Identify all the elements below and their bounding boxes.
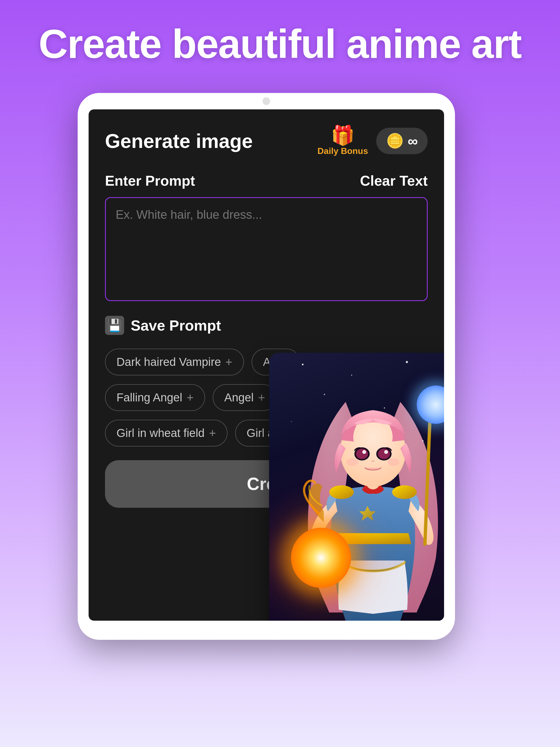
- chip-label: Dark haired Vampire: [117, 356, 221, 368]
- svg-point-8: [347, 458, 358, 466]
- star-4: [324, 394, 325, 395]
- star-2: [351, 375, 352, 376]
- chip-plus-icon: +: [209, 426, 216, 440]
- svg-point-11: [392, 485, 417, 499]
- prompt-label-row: Enter Prompt Clear Text: [105, 173, 428, 189]
- chip-plus-icon: +: [187, 391, 194, 404]
- prompt-input[interactable]: [105, 197, 428, 301]
- app-screen: Generate image 🎁 Daily Bonus 🪙 ∞ Enter P…: [88, 109, 444, 621]
- coins-value: ∞: [408, 133, 418, 149]
- chip-label: Girl in wheat field: [117, 427, 205, 440]
- save-icon: 💾: [105, 316, 124, 335]
- tablet-top-bar: [78, 93, 455, 109]
- star-1: [302, 364, 304, 365]
- daily-bonus-button[interactable]: 🎁 Daily Bonus: [317, 126, 368, 156]
- main-headline: Create beautiful anime art: [0, 22, 560, 67]
- chip-plus-icon: +: [225, 355, 232, 369]
- svg-point-6: [362, 450, 366, 454]
- chest-icon: 🎁: [331, 126, 355, 145]
- svg-point-7: [384, 450, 388, 454]
- coins-badge[interactable]: 🪙 ∞: [376, 128, 428, 154]
- chip-label: Falling Angel: [117, 391, 182, 404]
- fire-orb-container: [291, 528, 351, 588]
- svg-point-10: [329, 485, 354, 499]
- tablet-camera: [262, 97, 270, 105]
- chip-label: Angel: [224, 391, 253, 404]
- star-7: [291, 421, 292, 422]
- chip-angel[interactable]: Angel +: [213, 384, 276, 411]
- tablet-device: Generate image 🎁 Daily Bonus 🪙 ∞ Enter P…: [78, 93, 455, 640]
- save-prompt-label: Save Prompt: [131, 317, 221, 334]
- daily-bonus-label: Daily Bonus: [317, 146, 368, 156]
- star-3: [406, 361, 408, 363]
- star-8: [422, 440, 424, 442]
- tablet-wrapper: Generate image 🎁 Daily Bonus 🪙 ∞ Enter P…: [78, 93, 482, 667]
- star-5: [384, 407, 385, 409]
- prompt-label: Enter Prompt: [105, 173, 195, 189]
- coin-icon: 🪙: [386, 133, 404, 149]
- fire-orb: [291, 528, 351, 588]
- chip-plus-icon: +: [258, 391, 265, 404]
- svg-point-9: [387, 458, 400, 466]
- chip-dark-haired-vampire[interactable]: Dark haired Vampire +: [105, 349, 244, 376]
- header-right: 🎁 Daily Bonus 🪙 ∞: [317, 126, 428, 156]
- chip-falling-angel[interactable]: Falling Angel +: [105, 384, 205, 411]
- chip-girl-wheat-field[interactable]: Girl in wheat field +: [105, 420, 228, 446]
- headline-section: Create beautiful anime art: [0, 0, 560, 83]
- app-title: Generate image: [105, 130, 253, 152]
- clear-text-button[interactable]: Clear Text: [360, 173, 428, 189]
- svg-point-4: [356, 449, 368, 459]
- save-prompt-row: 💾 Save Prompt: [105, 316, 428, 335]
- svg-point-5: [378, 449, 390, 459]
- anime-card-inner: [269, 353, 444, 621]
- app-header: Generate image 🎁 Daily Bonus 🪙 ∞: [105, 126, 428, 156]
- anime-character-card: [269, 353, 444, 621]
